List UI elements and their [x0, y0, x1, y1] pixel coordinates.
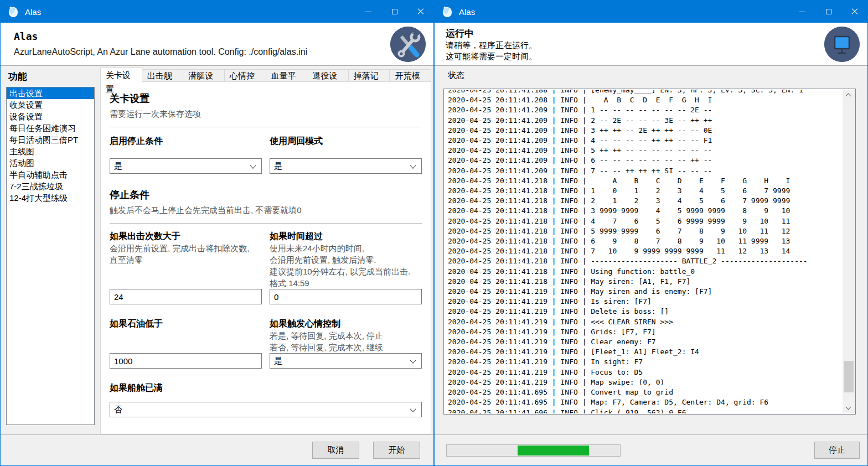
- if-time-desc: 使用未来24小时内的时间, 会沿用先前设置, 触发后清零. 建议提前10分钟左右…: [270, 242, 422, 289]
- section-desc-stage: 需要运行一次来保存选项: [110, 109, 422, 120]
- monitor-icon: [824, 27, 860, 62]
- cancel-button[interactable]: 取消: [312, 442, 359, 459]
- progress-bar: [446, 444, 621, 457]
- log-line: 2020-04-25 20:11:41.218 | INFO | 4 7 6 5…: [448, 216, 843, 226]
- minimize-button[interactable]: [355, 1, 381, 23]
- log-line: 2020-04-25 20:11:41.219 | INFO | In sigh…: [448, 357, 843, 367]
- alas-logo-icon: [7, 6, 19, 18]
- tab-关卡设置[interactable]: 关卡设置: [100, 68, 142, 82]
- sidebar-item[interactable]: 每日活动图三倍PT: [7, 134, 94, 146]
- enable-stop-select[interactable]: 是: [110, 158, 262, 174]
- sidebar-item[interactable]: 出击设置: [7, 87, 94, 99]
- tab-开荒模式[interactable]: 开荒模式: [390, 69, 431, 82]
- if-time-input[interactable]: [270, 289, 422, 304]
- if-time-label: 如果时间超过: [270, 230, 422, 242]
- log-line: 2020-04-25 20:11:41.219 | INFO | [Fleet_…: [448, 347, 843, 357]
- if-dock-full-label: 如果船舱已满: [110, 382, 422, 394]
- log-line: 2020-04-25 20:11:41.219 | INFO | Grids: …: [448, 327, 843, 337]
- sidebar-item[interactable]: 设备设置: [7, 111, 94, 122]
- sidebar-item[interactable]: 每日任务困难演习: [7, 122, 94, 134]
- tab-潜艇设置[interactable]: 潜艇设置: [183, 69, 225, 82]
- alas-logo-icon: [441, 6, 453, 18]
- enable-stop-value: 是: [114, 161, 122, 172]
- run-status-line2: 这可能将需要一定时间。: [446, 51, 537, 62]
- close-button[interactable]: [841, 1, 867, 23]
- run-status-line1: 请稍等，程序正在运行。: [446, 40, 537, 51]
- if-oil-label: 如果石油低于: [110, 318, 262, 330]
- right-footer: 停止: [435, 434, 867, 465]
- sidebar-item[interactable]: 7-2三战拣垃圾: [7, 180, 94, 192]
- scroll-up-button[interactable]: [843, 90, 855, 101]
- scroll-down-button[interactable]: [843, 402, 855, 413]
- if-count-label: 如果出击次数大于: [110, 230, 262, 242]
- if-count-desc: 会沿用先前设置, 完成出击将扣除次数, 直至清零: [110, 242, 262, 266]
- window-title: Alas: [25, 7, 41, 17]
- tab-心情控制[interactable]: 心情控制: [225, 69, 266, 82]
- window-title: Alas: [459, 7, 475, 17]
- stop-button[interactable]: 停止: [814, 442, 860, 459]
- log-line: 2020-04-25 20:11:41.188 | INFO | [enemy_…: [448, 90, 843, 95]
- log-line: 2020-04-25 20:11:41.218 | INFO | A B C D…: [448, 176, 843, 186]
- maximize-icon: [826, 9, 831, 14]
- log-scrollbar[interactable]: [843, 90, 855, 413]
- close-button[interactable]: [407, 1, 433, 23]
- log-line: 2020-04-25 20:11:41.219 | INFO | Map swi…: [448, 377, 843, 387]
- if-emotion-select[interactable]: 是: [270, 353, 422, 369]
- maximize-button[interactable]: [381, 1, 407, 23]
- log-line: 2020-04-25 20:11:41.219 | INFO | <<< CLE…: [448, 317, 843, 327]
- divider: [110, 223, 422, 224]
- sidebar-item[interactable]: 主线图: [7, 146, 94, 157]
- minimize-icon: [365, 12, 371, 12]
- if-dock-full-select[interactable]: 否: [110, 402, 422, 417]
- chevron-down-icon: [250, 162, 256, 168]
- start-button[interactable]: 开始: [373, 442, 420, 459]
- log-line: 2020-04-25 20:11:41.218 | INFO | 2 1 2 3…: [448, 196, 843, 206]
- log-line: 2020-04-25 20:11:41.218 | INFO | 6 9 8 7…: [448, 236, 843, 246]
- window-settings: Alas Alas AzurLaneAutoScript, An Azur La…: [0, 0, 434, 466]
- log-line: 2020-04-25 20:11:41.696 | INFO | Click (…: [448, 408, 843, 414]
- log-line: 2020-04-25 20:11:41.209 | INFO | 7 -- --…: [448, 166, 843, 176]
- log-line: 2020-04-25 20:11:41.219 | INFO | Focus t…: [448, 367, 843, 377]
- log-line: 2020-04-25 20:11:41.218 | INFO | 7 10 9 …: [448, 246, 843, 256]
- log-line: 2020-04-25 20:11:41.209 | INFO | 1 -- --…: [448, 105, 843, 115]
- chevron-up-icon: [846, 94, 851, 99]
- section-title-stop: 停止条件: [110, 188, 422, 201]
- tab-掉落记录[interactable]: 掉落记录: [349, 69, 390, 82]
- section-title-stage: 关卡设置: [110, 92, 422, 105]
- sidebar-heading: 功能: [8, 70, 27, 83]
- if-emotion-desc: 若是, 等待回复, 完成本次, 停止 若否, 等待回复, 完成本次, 继续: [270, 330, 422, 353]
- tab-出击舰队[interactable]: 出击舰队: [142, 69, 184, 82]
- settings-panel: 关卡设置 需要运行一次来保存选项 启用停止条件 是 使用周回模式 是 停止条件 …: [100, 81, 431, 434]
- if-emotion-value: 是: [274, 356, 282, 366]
- sidebar-item[interactable]: 活动图: [7, 157, 94, 169]
- log-line: 2020-04-25 20:11:41.218 | INFO | 1 0 1 2…: [448, 186, 843, 196]
- sidebar-item[interactable]: 收菜设置: [7, 99, 94, 111]
- minimize-button[interactable]: [789, 1, 815, 23]
- tab-血量平衡[interactable]: 血量平衡: [266, 69, 308, 82]
- scrollbar-thumb[interactable]: [844, 361, 854, 392]
- app-subtitle: AzurLaneAutoScript, An Azur Lane automat…: [14, 47, 307, 57]
- chevron-down-icon: [846, 405, 851, 410]
- if-dock-full-value: 否: [114, 405, 122, 415]
- tab-退役设置[interactable]: 退役设置: [307, 69, 349, 82]
- loop-mode-label: 使用周回模式: [270, 135, 422, 147]
- if-count-input[interactable]: [110, 289, 262, 304]
- titlebar[interactable]: Alas: [435, 1, 867, 23]
- titlebar[interactable]: Alas: [1, 1, 433, 23]
- sidebar-item[interactable]: 半自动辅助点击: [7, 169, 94, 180]
- if-oil-input[interactable]: [110, 353, 262, 369]
- close-icon: [851, 8, 858, 15]
- log-line: 2020-04-25 20:11:41.695 | INFO | Convert…: [448, 387, 843, 397]
- log-box: 2020-04-25 20:11:41.188 | INFO | [enemy_…: [443, 89, 856, 415]
- log-line: 2020-04-25 20:11:41.218 | INFO | -------…: [448, 256, 843, 266]
- tools-icon: [390, 27, 426, 62]
- loop-mode-select[interactable]: 是: [270, 158, 422, 174]
- sidebar-list[interactable]: 出击设置收菜设置设备设置每日任务困难演习每日活动图三倍PT主线图活动图半自动辅助…: [6, 87, 95, 425]
- sidebar-item[interactable]: 12-4打大型练级: [7, 192, 94, 204]
- log-line: 2020-04-25 20:11:41.219 | INFO | May sir…: [448, 287, 843, 297]
- left-footer: 取消 开始: [1, 434, 433, 465]
- log-line: 2020-04-25 20:11:41.208 | INFO | A B C D…: [448, 95, 843, 105]
- log-line: 2020-04-25 20:11:41.209 | INFO | 4 -- --…: [448, 136, 843, 146]
- chevron-down-icon: [410, 162, 416, 168]
- maximize-button[interactable]: [815, 1, 841, 23]
